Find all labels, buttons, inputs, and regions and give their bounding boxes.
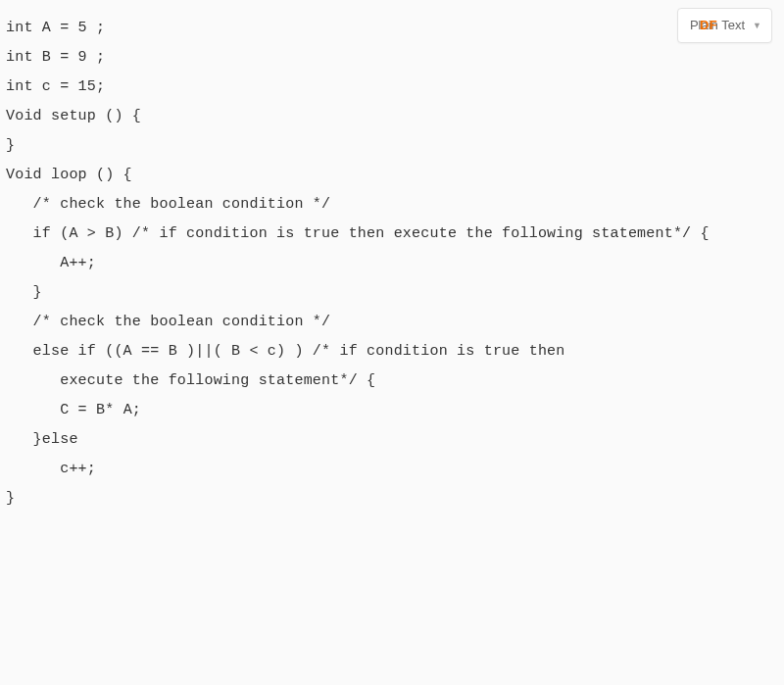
language-dropdown-wrapper: Plain Text DF ▼ bbox=[677, 8, 772, 43]
code-line: int A = 5 ; bbox=[6, 14, 770, 43]
code-line: int B = 9 ; bbox=[6, 43, 770, 73]
code-line: else if ((A == B )||( B < c) ) /* if con… bbox=[6, 337, 770, 367]
chevron-down-icon: ▼ bbox=[753, 17, 761, 34]
code-line: c++; bbox=[6, 455, 770, 484]
code-block: int A = 5 ;int B = 9 ;int c = 15;Void se… bbox=[6, 14, 770, 514]
code-line: } bbox=[6, 484, 770, 514]
dropdown-label: Plain Text bbox=[690, 13, 745, 38]
code-line: /* check the boolean condition */ bbox=[6, 190, 770, 220]
code-line: Void loop () { bbox=[6, 161, 770, 190]
code-line: } bbox=[6, 131, 770, 161]
code-line: if (A > B) /* if condition is true then … bbox=[6, 220, 770, 249]
code-line: int c = 15; bbox=[6, 73, 770, 102]
code-line: /* check the boolean condition */ bbox=[6, 308, 770, 337]
code-line: C = B* A; bbox=[6, 396, 770, 425]
code-line: execute the following statement*/ { bbox=[6, 367, 770, 396]
language-dropdown[interactable]: Plain Text DF ▼ bbox=[677, 8, 772, 43]
code-line: A++; bbox=[6, 249, 770, 278]
code-line: Void setup () { bbox=[6, 102, 770, 131]
code-line: }else bbox=[6, 425, 770, 455]
code-line: } bbox=[6, 278, 770, 308]
